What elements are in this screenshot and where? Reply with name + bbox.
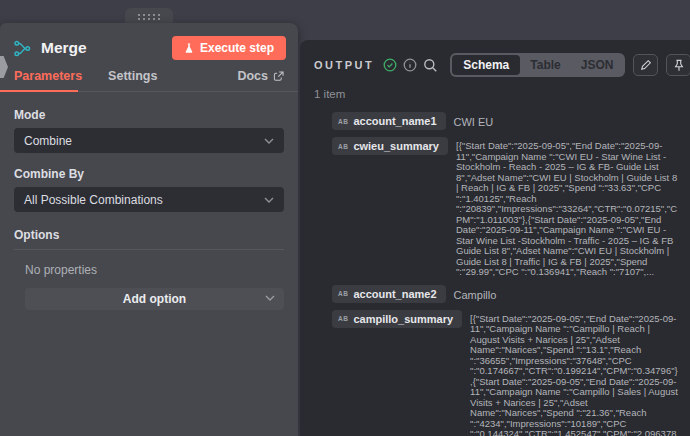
mode-select-value: Combine	[24, 134, 72, 148]
schema-row: AB campillo_summary [{"Start Date":"2025…	[332, 310, 678, 436]
chevron-down-icon	[264, 138, 274, 144]
node-detail-panel: Merge Execute step Parameters Settings D…	[0, 23, 298, 436]
view-tab-table[interactable]: Table	[520, 55, 570, 75]
string-type-icon: AB	[338, 118, 348, 125]
docs-label: Docs	[237, 69, 268, 83]
run-info-icon[interactable]	[403, 58, 417, 72]
field-value: CWI EU	[454, 112, 494, 128]
view-tab-json[interactable]: JSON	[571, 55, 624, 75]
pencil-icon	[640, 59, 652, 71]
options-section-header: Options	[14, 228, 284, 250]
field-name: cwieu_summary	[353, 140, 439, 152]
combine-by-select[interactable]: All Possible Combinations	[14, 187, 284, 212]
schema-rows: AB account_name1 CWI EU AB cwieu_summary…	[332, 112, 678, 436]
chevron-down-icon	[265, 295, 275, 301]
field-value: [{"Start Date":"2025-09-05","End Date":"…	[470, 310, 678, 436]
field-pill-account-name1[interactable]: AB account_name1	[332, 112, 446, 130]
pin-data-button[interactable]	[666, 54, 690, 76]
add-option-label: Add option	[123, 292, 186, 306]
tab-settings[interactable]: Settings	[108, 69, 157, 83]
field-name: account_name1	[353, 115, 436, 127]
view-tab-schema[interactable]: Schema	[452, 55, 520, 75]
execute-step-button[interactable]: Execute step	[172, 36, 286, 60]
pin-icon	[673, 59, 685, 72]
combine-by-select-value: All Possible Combinations	[24, 193, 163, 207]
schema-row: AB cwieu_summary [{"Start Date":"2025-09…	[332, 137, 678, 278]
no-properties-text: No properties	[25, 263, 284, 277]
chevron-down-icon	[264, 197, 274, 203]
tab-parameters[interactable]: Parameters	[14, 69, 82, 83]
view-mode-switcher: Schema Table JSON	[450, 53, 625, 77]
search-icon[interactable]	[423, 58, 438, 73]
output-toolbar: Schema Table JSON	[423, 53, 690, 77]
string-type-icon: AB	[338, 290, 348, 297]
external-link-icon	[273, 71, 284, 82]
success-check-icon	[383, 58, 397, 72]
string-type-icon: AB	[338, 143, 348, 150]
field-value: Campillo	[454, 285, 497, 301]
output-header: OUTPUT Schema Table JSON	[300, 40, 690, 77]
merge-node-icon	[13, 39, 32, 58]
node-header: Merge Execute step	[0, 23, 298, 69]
drag-dots-icon	[138, 14, 160, 20]
schema-row: AB account_name1 CWI EU	[332, 112, 678, 130]
docs-link[interactable]: Docs	[237, 69, 284, 83]
field-pill-campillo-summary[interactable]: AB campillo_summary	[332, 310, 462, 328]
output-panel: OUTPUT Schema Table JSON	[300, 40, 690, 436]
items-count: 1 item	[314, 88, 690, 100]
add-option-button[interactable]: Add option	[25, 288, 284, 310]
mode-select[interactable]: Combine	[14, 128, 284, 153]
node-title: Merge	[41, 39, 172, 57]
edit-output-button[interactable]	[633, 54, 658, 76]
combine-by-label: Combine By	[14, 167, 284, 181]
output-title: OUTPUT	[314, 59, 374, 71]
field-pill-account-name2[interactable]: AB account_name2	[332, 285, 446, 303]
string-type-icon: AB	[338, 315, 348, 322]
field-pill-cwieu-summary[interactable]: AB cwieu_summary	[332, 137, 448, 155]
field-name: campillo_summary	[353, 313, 453, 325]
execute-step-label: Execute step	[200, 41, 274, 55]
flask-icon	[184, 42, 194, 54]
field-value: [{"Start Date":"2025-09-05","End Date":"…	[456, 137, 678, 278]
node-parameters-body: Mode Combine Combine By All Possible Com…	[0, 92, 298, 310]
field-name: account_name2	[353, 288, 436, 300]
active-tab-underline	[0, 90, 78, 92]
mode-label: Mode	[14, 108, 284, 122]
schema-row: AB account_name2 Campillo	[332, 285, 678, 303]
node-tabs: Parameters Settings Docs	[0, 69, 298, 92]
